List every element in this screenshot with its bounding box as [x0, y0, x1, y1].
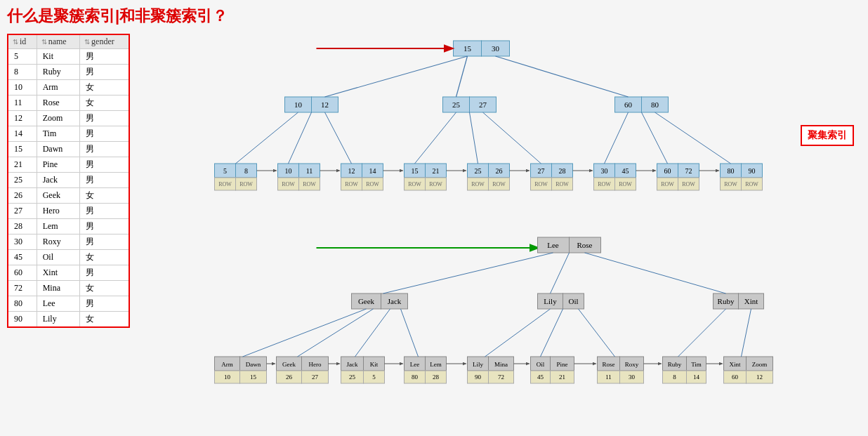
svg-text:ROW: ROW [682, 181, 695, 187]
table-row: 12Zoom男 [8, 111, 129, 126]
svg-line-209 [243, 309, 367, 357]
table-row: 21Pine男 [8, 157, 129, 173]
table-cell-name: Arm [37, 80, 79, 95]
svg-text:ROW: ROW [555, 181, 569, 187]
svg-line-215 [579, 309, 615, 357]
table-cell-id: 60 [8, 265, 37, 281]
leaf-25-26: 25 26 ROW ROW [468, 164, 510, 190]
table-row: 28Lem男 [8, 219, 129, 234]
svg-text:15: 15 [412, 167, 419, 175]
svg-line-17 [456, 56, 468, 97]
table-cell-name: Rose [37, 95, 79, 111]
svg-text:80: 80 [651, 100, 659, 109]
table-cell-gender: 女 [80, 312, 129, 328]
svg-text:27: 27 [479, 100, 487, 109]
svg-text:ROW: ROW [492, 181, 506, 187]
svg-text:11: 11 [605, 374, 612, 381]
table-cell-gender: 男 [80, 157, 129, 173]
svg-line-212 [401, 309, 419, 357]
leaf-60-72: 60 72 ROW ROW [657, 164, 699, 190]
table-cell-name: Pine [37, 157, 79, 173]
svg-text:45: 45 [537, 374, 544, 381]
nc-leaf-jack-kit: Jack Kit 25 5 [341, 357, 385, 383]
table-row: 8Ruby男 [8, 65, 129, 80]
svg-text:30: 30 [601, 167, 608, 175]
table-cell-id: 10 [8, 80, 37, 95]
svg-line-100 [236, 112, 298, 164]
svg-text:ROW: ROW [471, 181, 485, 187]
table-cell-name: Ruby [37, 65, 79, 80]
table-cell-gender: 女 [80, 281, 129, 296]
svg-text:28: 28 [433, 374, 440, 381]
table-cell-gender: 女 [80, 250, 129, 265]
table-row: 5Kit男 [8, 49, 129, 65]
svg-text:Kit: Kit [370, 361, 379, 368]
table-cell-id: 14 [8, 126, 37, 142]
svg-text:45: 45 [622, 167, 629, 175]
page-title: 什么是聚簇索引|和非聚簇索引？ [7, 6, 861, 27]
svg-line-127 [551, 253, 570, 293]
svg-text:80: 80 [412, 374, 419, 381]
clustered-index-label: 聚集索引 [801, 125, 854, 146]
svg-line-101 [289, 112, 312, 164]
table-row: 45Oil女 [8, 250, 129, 265]
svg-text:Geek: Geek [282, 361, 296, 368]
svg-text:90: 90 [749, 167, 756, 175]
table-cell-name: Kit [37, 49, 79, 65]
table-cell-id: 5 [8, 49, 37, 65]
svg-text:30: 30 [492, 44, 500, 53]
svg-text:ROW: ROW [282, 181, 295, 187]
svg-text:72: 72 [685, 167, 692, 175]
svg-text:80: 80 [728, 167, 735, 175]
svg-text:Ruby: Ruby [718, 297, 735, 305]
svg-text:Oil: Oil [537, 361, 545, 368]
table-row: 72Mina女 [8, 281, 129, 296]
svg-text:Tim: Tim [691, 361, 702, 368]
col-name-header: ⇅name [37, 34, 79, 49]
svg-text:Roxy: Roxy [625, 361, 639, 368]
nc-leaf-xint-zoom: Xint Zoom 60 12 [724, 357, 773, 383]
svg-text:27: 27 [538, 167, 545, 175]
table-cell-name: Lee [37, 296, 79, 312]
svg-line-104 [470, 112, 478, 164]
svg-text:Lily: Lily [473, 361, 483, 368]
table-cell-name: Lily [37, 312, 79, 328]
svg-text:26: 26 [496, 167, 503, 175]
svg-text:26: 26 [286, 374, 293, 381]
svg-text:11: 11 [306, 167, 313, 175]
leaf-10-11: 10 11 ROW ROW [278, 164, 320, 190]
svg-line-214 [541, 309, 563, 357]
table-cell-id: 28 [8, 219, 37, 234]
table-cell-name: Oil [37, 250, 79, 265]
table-cell-id: 8 [8, 65, 37, 80]
table-row: 30Roxy男 [8, 234, 129, 250]
table-cell-name: Roxy [37, 234, 79, 250]
svg-text:15: 15 [250, 374, 257, 381]
table-cell-gender: 女 [80, 95, 129, 111]
svg-text:ROW: ROW [661, 181, 674, 187]
svg-text:10: 10 [285, 167, 292, 175]
table-cell-gender: 男 [80, 265, 129, 281]
svg-text:25: 25 [349, 374, 356, 381]
svg-text:ROW: ROW [303, 181, 316, 187]
table-cell-name: Dawn [37, 142, 79, 157]
table-cell-id: 30 [8, 234, 37, 250]
svg-text:5: 5 [223, 167, 227, 175]
svg-text:Dawn: Dawn [246, 361, 261, 368]
svg-text:Lily: Lily [544, 297, 557, 305]
svg-text:60: 60 [624, 100, 633, 109]
table-cell-name: Lem [37, 219, 79, 234]
svg-line-211 [355, 309, 390, 357]
main-content: ⇅id ⇅name ⇅gender 5Kit男8Ruby男10Arm女11Ros… [7, 34, 861, 436]
svg-line-103 [415, 112, 456, 164]
table-cell-id: 72 [8, 281, 37, 296]
svg-text:Lee: Lee [410, 361, 420, 368]
table-cell-id: 45 [8, 250, 37, 265]
table-cell-gender: 男 [80, 204, 129, 219]
svg-text:Rose: Rose [603, 361, 615, 368]
svg-text:90: 90 [475, 374, 482, 381]
svg-line-16 [325, 56, 468, 97]
table-row: 26Geek女 [8, 188, 129, 204]
svg-text:ROW: ROW [429, 181, 442, 187]
table-cell-name: Hero [37, 204, 79, 219]
